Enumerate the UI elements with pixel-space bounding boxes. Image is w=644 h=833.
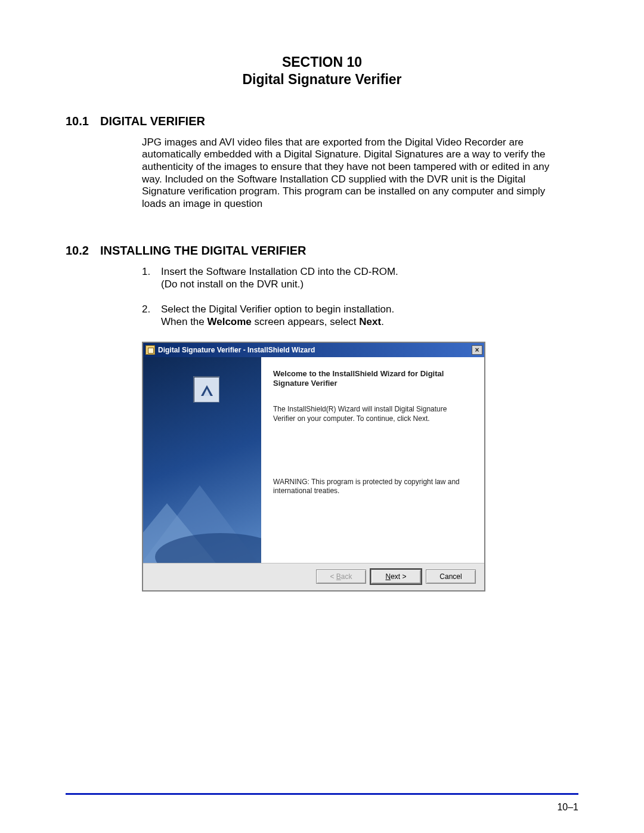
list-item: 1. Insert the Software Installation CD i… (142, 266, 555, 290)
next-button[interactable]: Next > (371, 569, 421, 584)
close-icon[interactable]: × (472, 345, 482, 355)
app-icon (145, 345, 155, 355)
list-num: 2. (142, 304, 161, 328)
heading-text: DIGITAL VERIFIER (100, 114, 205, 128)
section-line1: SECTION 10 (66, 54, 578, 71)
heading-10-1: 10.1 DIGITAL VERIFIER (66, 114, 578, 128)
window-title: Digital Signature Verifier - InstallShie… (158, 346, 315, 354)
welcome-para: The InstallShield(R) Wizard will install… (273, 405, 471, 423)
dialog-footer: < Back Next > Cancel (143, 563, 484, 590)
footer-rule (66, 793, 578, 795)
back-button: < Back (316, 569, 366, 584)
heading-num: 10.1 (66, 114, 100, 128)
section-title: SECTION 10 Digital Signature Verifier (66, 54, 578, 88)
welcome-heading: Welcome to the InstallShield Wizard for … (273, 369, 471, 389)
list-line: When the Welcome screen appears, select … (161, 316, 555, 329)
installshield-logo-icon (193, 376, 219, 402)
installshield-dialog: Digital Signature Verifier - InstallShie… (142, 342, 485, 592)
cancel-button[interactable]: Cancel (426, 569, 476, 584)
warning-text: WARNING: This program is protected by co… (273, 478, 471, 496)
page-number: 10–1 (557, 802, 578, 813)
list-line: Insert the Software Installation CD into… (161, 266, 555, 278)
list-line: (Do not install on the DVR unit.) (161, 278, 555, 291)
list-item: 2. Select the Digital Verifier option to… (142, 304, 555, 328)
wizard-hero-image (143, 357, 261, 563)
heading-text: INSTALLING THE DIGITAL VERIFIER (100, 244, 306, 258)
section-line2: Digital Signature Verifier (66, 71, 578, 88)
list-num: 1. (142, 266, 161, 290)
list-line: Select the Digital Verifier option to be… (161, 304, 555, 316)
heading-10-2: 10.2 INSTALLING THE DIGITAL VERIFIER (66, 244, 578, 258)
para-10-1: JPG images and AVI video files that are … (142, 137, 561, 210)
titlebar[interactable]: Digital Signature Verifier - InstallShie… (143, 343, 484, 357)
heading-num: 10.2 (66, 244, 100, 258)
